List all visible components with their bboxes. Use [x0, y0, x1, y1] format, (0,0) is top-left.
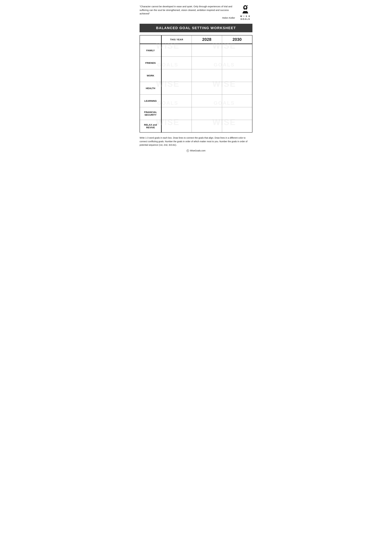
data-cell-row5-col0[interactable]: [161, 107, 192, 120]
data-cell-row1-col1[interactable]: [192, 57, 222, 69]
table-row: WORK: [140, 69, 252, 82]
quote-text: “Character cannot be developed in ease a…: [140, 5, 235, 15]
data-cell-row5-col1[interactable]: [192, 107, 222, 120]
row-label-friends: FRIENDS: [140, 57, 161, 69]
data-cell-row0-col2[interactable]: [222, 44, 252, 57]
attribution: Helen Keller: [140, 16, 235, 19]
data-cell-row2-col1[interactable]: [192, 69, 222, 82]
wise-goals-logo-icon: [241, 5, 250, 14]
col-header-this-year: THIS YEAR: [161, 35, 192, 44]
data-cell-row6-col2[interactable]: [222, 120, 252, 132]
data-cell-row0-col1[interactable]: [192, 44, 222, 57]
column-header-row: THIS YEAR 2028 2030: [140, 35, 252, 44]
data-cell-row3-col2[interactable]: [222, 82, 252, 95]
logo-text: W I S E GOALS: [240, 15, 250, 21]
col-header-2030: 2030: [222, 35, 252, 44]
data-cell-row5-col2[interactable]: [222, 107, 252, 120]
data-cell-row6-col1[interactable]: [192, 120, 222, 132]
empty-header-cell: [140, 35, 161, 44]
data-cell-row3-col0[interactable]: [161, 82, 192, 95]
data-cell-row6-col0[interactable]: [161, 120, 192, 132]
col-header-2028: 2028: [192, 35, 222, 44]
data-cell-row0-col0[interactable]: [161, 44, 192, 57]
svg-point-1: [244, 6, 246, 8]
row-label-work: WORK: [140, 69, 161, 82]
footer-instructions: Write 1-3 word goals in each box. Draw l…: [140, 136, 252, 147]
header-section: “Character cannot be developed in ease a…: [140, 5, 252, 21]
table-row: HEALTH: [140, 82, 252, 95]
row-label-family: FAMILY: [140, 44, 161, 57]
data-cell-row1-col0[interactable]: [161, 57, 192, 69]
table-body: FAMILYFRIENDSWORKHEALTHLEARNINGFINANCIAL…: [140, 44, 252, 132]
data-cell-row4-col1[interactable]: [192, 95, 222, 107]
data-cell-row1-col2[interactable]: [222, 57, 252, 69]
worksheet-table: THIS YEAR 2028 2030 FAMILYFRIENDSWORKHEA…: [140, 35, 252, 132]
copyright-text: WiseGoals.com: [190, 149, 206, 152]
worksheet-title: BALANCED GOAL SETTING WORKSHEET: [140, 24, 252, 32]
table-row: FINANCIALSECURITY: [140, 107, 252, 120]
logo-block: W I S E GOALS: [238, 5, 252, 21]
row-label-learning: LEARNING: [140, 95, 161, 107]
data-cell-row4-col2[interactable]: [222, 95, 252, 107]
table-row: FAMILY: [140, 44, 252, 57]
quote-block: “Character cannot be developed in ease a…: [140, 5, 238, 19]
table-row: FRIENDS: [140, 57, 252, 69]
table-row: RELAX andREVIVE: [140, 120, 252, 132]
copyright-icon: C: [186, 150, 189, 152]
row-label-relax-and-revive: RELAX andREVIVE: [140, 120, 161, 132]
data-cell-row2-col0[interactable]: [161, 69, 192, 82]
footer-copyright: C WiseGoals.com: [140, 149, 252, 152]
row-label-health: HEALTH: [140, 82, 161, 95]
table-row: LEARNING: [140, 95, 252, 107]
data-cell-row3-col1[interactable]: [192, 82, 222, 95]
row-label-financial-security: FINANCIALSECURITY: [140, 107, 161, 120]
table-wrapper: THIS YEAR 2028 2030 FAMILYFRIENDSWORKHEA…: [140, 35, 252, 132]
data-cell-row2-col2[interactable]: [222, 69, 252, 82]
svg-marker-2: [247, 5, 248, 6]
data-cell-row4-col0[interactable]: [161, 95, 192, 107]
